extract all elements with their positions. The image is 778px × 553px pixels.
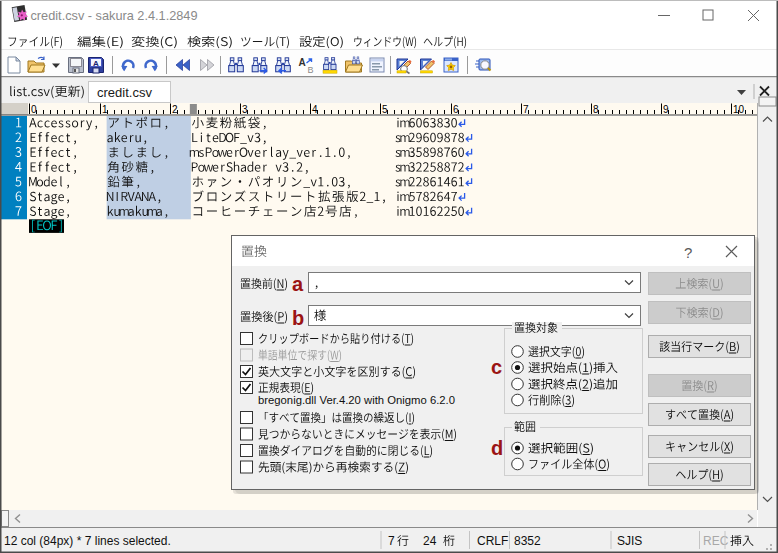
svg-text:7: 7 (388, 534, 395, 548)
svg-text:12 col (84px) * 7 lines select: 12 col (84px) * 7 lines selected. (4, 534, 171, 548)
svg-text:CRLF: CRLF (477, 534, 508, 548)
svg-text:credit.csv: credit.csv (97, 85, 152, 100)
svg-text:d: d (491, 437, 503, 459)
svg-text:24: 24 (423, 534, 437, 548)
svg-text:A: A (299, 57, 306, 68)
svg-text:A: A (93, 59, 99, 68)
svg-text:?: ? (684, 244, 692, 261)
svg-text:B: B (308, 65, 314, 75)
svg-text:SJIS: SJIS (617, 534, 642, 548)
svg-text:b: b (292, 307, 304, 329)
svg-text:a: a (292, 273, 304, 295)
svg-text:8352: 8352 (514, 534, 541, 548)
svg-text:c: c (491, 356, 502, 378)
svg-text:bregonig.dll Ver.4.20 with Oni: bregonig.dll Ver.4.20 with Onigmo 6.2.0 (258, 394, 455, 406)
svg-text:credit.csv - sakura 2.4.1.2849: credit.csv - sakura 2.4.1.2849 (31, 8, 198, 23)
